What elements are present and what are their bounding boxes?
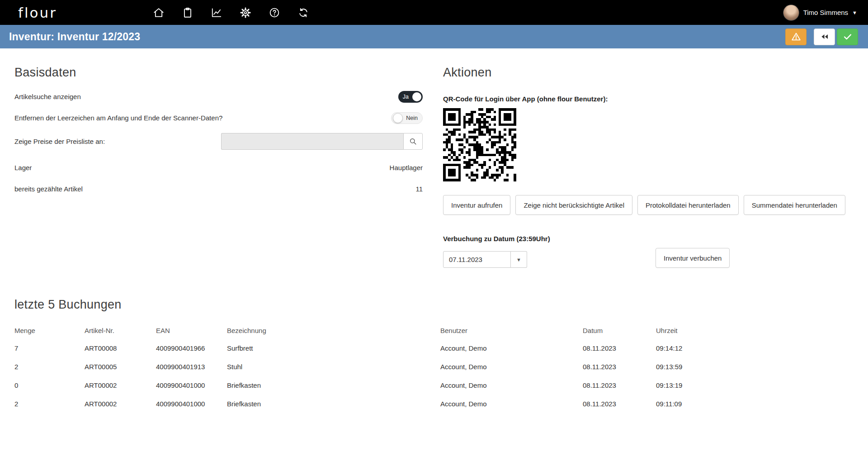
aktionen-section: Aktionen QR-Code für Login über App (ohn… — [423, 48, 868, 268]
cell-benutzer: Account, Demo — [440, 400, 583, 408]
cell-artikelnr: ART00002 — [85, 400, 156, 408]
app-logo[interactable]: flour — [18, 5, 57, 21]
qr-label: QR-Code für Login über App (ohne flour B… — [443, 95, 845, 103]
protokolldatei-button[interactable]: Protokolldatei herunterladen — [637, 195, 739, 215]
cell-menge: 2 — [14, 400, 85, 408]
cell-artikelnr: ART00008 — [85, 344, 156, 352]
verbuchung-label: Verbuchung zu Datum (23:59Uhr) — [443, 235, 845, 243]
cell-bezeichnung: Surfbrett — [227, 344, 440, 352]
col-ean: EAN — [156, 327, 227, 334]
date-input[interactable] — [443, 251, 511, 268]
rewind-button[interactable] — [814, 29, 835, 45]
toggle-knob — [393, 113, 403, 123]
header-actions — [785, 29, 858, 45]
artikelsuche-toggle[interactable]: Ja — [398, 91, 423, 103]
toggle-off-label: Nein — [406, 115, 418, 121]
cell-ean: 4009900401000 — [156, 381, 227, 389]
page-title: Inventur: Inventur 12/2023 — [9, 31, 140, 43]
gezaehlt-label: bereits gezählte Artikel — [14, 185, 83, 193]
cell-uhrzeit: 09:13:19 — [656, 381, 854, 389]
preisliste-search — [221, 133, 423, 150]
cell-benutzer: Account, Demo — [440, 363, 583, 371]
cell-datum: 08.11.2023 — [583, 363, 656, 371]
action-buttons: Inventur aufrufen Zeige nicht berücksich… — [443, 195, 845, 215]
basisdaten-title: Basisdaten — [14, 66, 423, 80]
main-content: Basisdaten Artikelsuche anzeigen Ja Entf… — [0, 48, 868, 268]
cell-ean: 4009900401913 — [156, 363, 227, 371]
cell-menge: 7 — [14, 344, 85, 352]
main-nav — [152, 6, 310, 19]
col-datum: Datum — [583, 327, 656, 334]
toggle-on-label: Ja — [403, 94, 409, 100]
artikelsuche-label: Artikelsuche anzeigen — [14, 93, 81, 100]
cell-artikelnr: ART00002 — [85, 381, 156, 389]
cell-bezeichnung: Briefkasten — [227, 400, 440, 408]
inventur-verbuchen-button[interactable]: Inventur verbuchen — [656, 248, 730, 268]
clipboard-icon[interactable] — [181, 6, 194, 19]
gezaehlt-value: 11 — [415, 185, 423, 193]
leerzeichen-toggle[interactable]: Nein — [391, 112, 423, 124]
toggle-knob — [412, 92, 421, 101]
lager-label: Lager — [14, 164, 32, 171]
row-artikelsuche: Artikelsuche anzeigen Ja — [14, 90, 423, 103]
inventur-aufrufen-button[interactable]: Inventur aufrufen — [443, 195, 510, 215]
cell-uhrzeit: 09:13:59 — [656, 363, 854, 371]
cell-bezeichnung: Stuhl — [227, 363, 440, 371]
col-bezeichnung: Bezeichnung — [227, 327, 440, 334]
verbuchung-row: ▼ Inventur verbuchen — [443, 248, 845, 268]
search-icon — [409, 137, 417, 146]
preisliste-label: Zeige Preise der Preisliste an: — [14, 138, 105, 145]
cell-ean: 4009900401000 — [156, 400, 227, 408]
user-menu[interactable]: Timo Simmens ▼ — [783, 5, 857, 21]
table-row: 7 ART00008 4009900401966 Surfbrett Accou… — [0, 339, 868, 357]
cell-artikelnr: ART00005 — [85, 363, 156, 371]
cell-uhrzeit: 09:14:12 — [656, 344, 854, 352]
page-header: Inventur: Inventur 12/2023 — [0, 25, 868, 48]
cell-bezeichnung: Briefkasten — [227, 381, 440, 389]
topbar: flour — [0, 0, 868, 25]
table-row: 2 ART00005 4009900401913 Stuhl Account, … — [0, 357, 868, 376]
col-artikelnr: Artikel-Nr. — [85, 327, 156, 334]
buchungen-section: letzte 5 Buchungen Menge Artikel-Nr. EAN… — [0, 298, 868, 413]
refresh-icon[interactable] — [297, 6, 310, 19]
cell-menge: 2 — [14, 363, 85, 371]
col-uhrzeit: Uhrzeit — [656, 327, 854, 334]
row-leerzeichen: Entfernen der Leerzeichen am Anfang und … — [14, 112, 423, 124]
summendatei-button[interactable]: Summendatei herunterladen — [744, 195, 845, 215]
col-benutzer: Benutzer — [440, 327, 583, 334]
preisliste-input[interactable] — [221, 133, 403, 150]
cell-datum: 08.11.2023 — [583, 400, 656, 408]
page: flour — [0, 0, 868, 452]
search-button[interactable] — [403, 133, 423, 150]
cell-datum: 08.11.2023 — [583, 344, 656, 352]
help-icon[interactable] — [268, 6, 281, 19]
chevron-down-icon: ▼ — [852, 10, 857, 15]
nicht-beruecksichtigte-artikel-button[interactable]: Zeige nicht berücksichtigte Artikel — [515, 195, 632, 215]
cell-benutzer: Account, Demo — [440, 381, 583, 389]
table-row: 2 ART00002 4009900401000 Briefkasten Acc… — [0, 395, 868, 413]
home-icon[interactable] — [152, 6, 165, 19]
cell-benutzer: Account, Demo — [440, 344, 583, 352]
date-dropdown-button[interactable]: ▼ — [511, 251, 527, 268]
cell-ean: 4009900401966 — [156, 344, 227, 352]
lager-value: Hauptlager — [390, 164, 423, 171]
date-picker: ▼ — [443, 251, 527, 268]
leerzeichen-label: Entfernen der Leerzeichen am Anfang und … — [14, 114, 222, 122]
avatar — [783, 5, 799, 21]
qr-code — [443, 108, 516, 181]
chart-icon[interactable] — [210, 6, 223, 19]
warning-button[interactable] — [785, 29, 807, 45]
cell-menge: 0 — [14, 381, 85, 389]
aktionen-title: Aktionen — [443, 66, 845, 80]
cell-datum: 08.11.2023 — [583, 381, 656, 389]
basisdaten-section: Basisdaten Artikelsuche anzeigen Ja Entf… — [0, 48, 423, 204]
buchungen-title: letzte 5 Buchungen — [14, 298, 868, 312]
row-preisliste: Zeige Preise der Preisliste an: — [14, 133, 423, 150]
confirm-check-button[interactable] — [837, 29, 858, 45]
table-header: Menge Artikel-Nr. EAN Bezeichnung Benutz… — [0, 322, 868, 339]
cell-uhrzeit: 09:11:09 — [656, 400, 854, 408]
settings-gear-icon[interactable] — [239, 6, 252, 19]
col-menge: Menge — [14, 327, 85, 334]
user-name: Timo Simmens — [803, 9, 848, 16]
table-row: 0 ART00002 4009900401000 Briefkasten Acc… — [0, 376, 868, 395]
